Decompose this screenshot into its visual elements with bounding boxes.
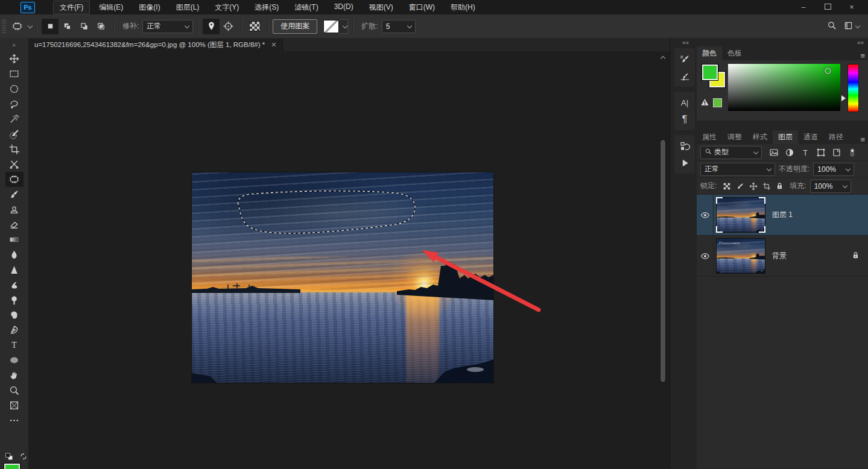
- type-filter-icon[interactable]: T: [798, 146, 813, 159]
- layer-name[interactable]: 图层 1: [772, 210, 793, 220]
- panel-menu-icon[interactable]: ≡: [860, 51, 865, 60]
- toolbox-expand-button[interactable]: »: [0, 38, 28, 51]
- character-panel-icon[interactable]: A|: [674, 94, 695, 111]
- panel-tab-2[interactable]: 样式: [747, 130, 773, 144]
- layer-visibility-eye-icon[interactable]: [697, 195, 714, 235]
- move-tool[interactable]: [5, 51, 24, 66]
- search-icon[interactable]: [827, 20, 837, 32]
- scrollbar-thumb[interactable]: [661, 140, 665, 382]
- color-tab-1[interactable]: 色板: [722, 46, 747, 60]
- smudge-tool[interactable]: [5, 277, 24, 292]
- layer-thumbnail[interactable]: [717, 198, 765, 232]
- foreground-color-swatch[interactable]: [4, 463, 21, 469]
- layer-name[interactable]: 背景: [772, 251, 787, 261]
- smart-object-filter-icon[interactable]: [829, 146, 844, 159]
- lock-all-icon[interactable]: [773, 181, 786, 192]
- adjustment-filter-icon[interactable]: [782, 146, 797, 159]
- eraser-tool[interactable]: [5, 217, 24, 232]
- lock-artboard-icon[interactable]: [760, 181, 773, 192]
- saturation-brightness-field[interactable]: [728, 64, 840, 111]
- clone-stamp-tool[interactable]: [5, 202, 24, 217]
- color-picker-ring-icon[interactable]: [825, 68, 831, 74]
- blur-tool[interactable]: [5, 247, 24, 262]
- zoom-tool[interactable]: [5, 383, 24, 398]
- canvas-viewport[interactable]: [28, 51, 670, 469]
- swap-colors-icon[interactable]: [19, 452, 28, 462]
- dodge-tool[interactable]: [5, 292, 24, 307]
- websafe-color-chip[interactable]: [713, 98, 722, 107]
- burn-tool[interactable]: [5, 307, 24, 323]
- frame-tool[interactable]: [5, 398, 24, 413]
- magic-wand-tool[interactable]: [5, 112, 24, 127]
- panel-tab-4[interactable]: 通道: [798, 130, 823, 144]
- vertical-scrollbar[interactable]: [656, 52, 664, 396]
- source-pin-button[interactable]: [203, 19, 220, 34]
- menu-item-1[interactable]: 编辑(E): [92, 1, 130, 14]
- crop-tool[interactable]: [5, 142, 24, 157]
- patch-tool[interactable]: [5, 172, 24, 187]
- shape-filter-icon[interactable]: [814, 146, 828, 159]
- pattern-swatch[interactable]: [323, 20, 339, 33]
- destination-target-button[interactable]: [220, 19, 236, 34]
- menu-item-4[interactable]: 文字(Y): [208, 1, 246, 14]
- tab-close-icon[interactable]: ✕: [271, 41, 276, 49]
- more-tools[interactable]: [5, 413, 24, 428]
- elliptical-marquee-tool[interactable]: [5, 81, 24, 96]
- pill-toggle-icon[interactable]: [845, 146, 860, 159]
- pattern-dropdown-button[interactable]: [339, 19, 348, 34]
- collapse-icon-strip-button[interactable]: ««: [682, 39, 689, 46]
- slice-tool[interactable]: [5, 157, 24, 172]
- panel-tab-1[interactable]: 调整: [722, 130, 747, 144]
- history-panel-icon[interactable]: [674, 137, 695, 154]
- preset-chevron-icon[interactable]: [28, 23, 33, 28]
- transparent-checker-icon[interactable]: [246, 19, 263, 34]
- actions-panel-icon[interactable]: [674, 154, 695, 171]
- canvas-image[interactable]: [192, 172, 493, 383]
- hue-slider[interactable]: [847, 64, 859, 112]
- lock-pixels-icon[interactable]: [733, 181, 746, 192]
- brush-settings-panel-icon[interactable]: [674, 51, 695, 68]
- scroll-up-icon[interactable]: [661, 56, 665, 61]
- close-button[interactable]: ×: [844, 3, 860, 11]
- opacity-dropdown[interactable]: 100%: [813, 163, 854, 176]
- document-tab[interactable]: u=1750216696,2543461382&fm=26&gp=0.jpg @…: [28, 39, 283, 51]
- patch-mode-dropdown[interactable]: 正常: [142, 20, 193, 33]
- menu-item-2[interactable]: 图像(I): [132, 1, 166, 14]
- brush-tool[interactable]: [5, 187, 24, 202]
- add-selection-button[interactable]: [59, 19, 75, 34]
- panel-tab-5[interactable]: 路径: [823, 130, 849, 144]
- panel-tab-3[interactable]: 图层: [773, 130, 798, 144]
- pixel-filter-icon[interactable]: [767, 146, 781, 159]
- layer-row[interactable]: Photomatix背景: [697, 236, 868, 277]
- panel-tab-0[interactable]: 属性: [697, 130, 722, 144]
- hand-tool[interactable]: [5, 368, 24, 383]
- foreground-color-swatch-panel[interactable]: [702, 64, 718, 81]
- menu-item-6[interactable]: 滤镜(T): [288, 1, 325, 14]
- workspace-switcher-button[interactable]: [844, 21, 860, 32]
- rectangular-marquee-tool[interactable]: [5, 66, 24, 81]
- gradient-tool[interactable]: [5, 232, 24, 247]
- layer-filter-dropdown[interactable]: 类型: [700, 146, 762, 159]
- paragraph-panel-icon[interactable]: ¶: [674, 111, 695, 128]
- gamut-warning-icon[interactable]: [700, 98, 710, 106]
- panel-menu-icon[interactable]: ≡: [860, 135, 865, 144]
- lock-transparent-icon[interactable]: [720, 181, 733, 192]
- menu-item-5[interactable]: 选择(S): [248, 1, 285, 14]
- patch-tool-preset-icon[interactable]: [8, 19, 25, 34]
- menu-item-3[interactable]: 图层(L): [169, 1, 206, 14]
- minimize-button[interactable]: –: [796, 3, 811, 11]
- intersect-selection-button[interactable]: [92, 19, 109, 34]
- layer-row[interactable]: 图层 1: [697, 195, 868, 236]
- menu-item-7[interactable]: 3D(D): [328, 1, 360, 14]
- diffusion-dropdown[interactable]: 5: [382, 20, 416, 33]
- menu-item-10[interactable]: 帮助(H): [444, 1, 482, 14]
- subtract-selection-button[interactable]: [75, 19, 92, 34]
- lasso-tool[interactable]: [5, 96, 24, 112]
- collapse-panels-button[interactable]: »»: [857, 39, 864, 46]
- menu-item-0[interactable]: 文件(F): [53, 1, 90, 14]
- fill-dropdown[interactable]: 100%: [810, 180, 851, 193]
- layer-visibility-eye-icon[interactable]: [697, 236, 714, 276]
- color-tab-0[interactable]: 颜色: [697, 46, 722, 60]
- blend-mode-dropdown[interactable]: 正常: [700, 163, 775, 176]
- type-tool[interactable]: T: [5, 338, 24, 353]
